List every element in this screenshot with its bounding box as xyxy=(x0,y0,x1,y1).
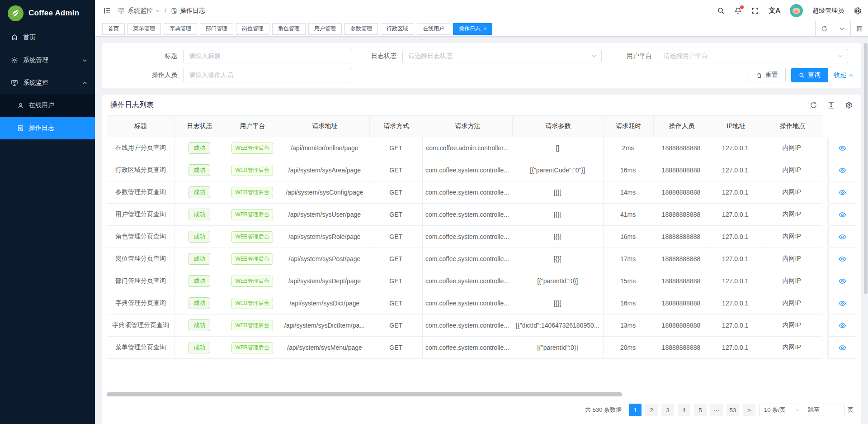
page-button-1[interactable]: 1 xyxy=(629,404,642,416)
view-detail-eye-icon[interactable] xyxy=(839,211,846,219)
horizontal-scrollbar-thumb[interactable] xyxy=(107,392,622,396)
cell-url: /api/system/sysArea/page xyxy=(280,159,370,181)
title-input[interactable] xyxy=(183,49,352,63)
view-detail-eye-icon[interactable] xyxy=(839,322,846,329)
sidebar-item-system-monitor[interactable]: 系统监控 xyxy=(0,71,95,94)
gear-icon xyxy=(11,57,18,64)
cell-time: 16ms xyxy=(604,159,653,181)
cell-url: /api/system/sysUser/page xyxy=(280,204,370,226)
view-detail-eye-icon[interactable] xyxy=(839,167,846,174)
tab-字典管理[interactable]: 字典管理 xyxy=(164,23,197,35)
cell-status: 成功 xyxy=(175,337,225,359)
tab-行政区域[interactable]: 行政区域 xyxy=(381,23,414,35)
refresh-icon[interactable] xyxy=(810,101,817,109)
chevron-down-icon xyxy=(156,9,160,13)
view-detail-eye-icon[interactable] xyxy=(839,144,846,152)
tab-部门管理[interactable]: 部门管理 xyxy=(200,23,233,35)
refresh-icon[interactable] xyxy=(815,21,833,37)
reset-button[interactable]: 重置 xyxy=(749,68,786,82)
status-badge: 成功 xyxy=(189,186,210,198)
cell-ip: 127.0.0.1 xyxy=(709,204,761,226)
page-button-53[interactable]: 53 xyxy=(726,404,739,416)
tab-菜单管理[interactable]: 菜单管理 xyxy=(127,23,161,35)
scrollbar-gutter xyxy=(822,226,828,248)
row-density-icon[interactable] xyxy=(827,101,835,109)
table-row: 字典项管理分页查询成功WEB管理后台/api/system/sysDictIte… xyxy=(107,314,856,337)
view-detail-eye-icon[interactable] xyxy=(839,189,846,196)
tab-岗位管理[interactable]: 岗位管理 xyxy=(236,23,269,35)
sidebar-item-operation-log[interactable]: 操作日志 xyxy=(0,117,95,139)
tab-操作日志[interactable]: 操作日志× xyxy=(453,23,492,35)
chevron-down-icon[interactable] xyxy=(833,21,850,37)
cell-location: 内网IP xyxy=(761,137,822,159)
search-icon[interactable] xyxy=(717,7,725,14)
view-detail-eye-icon[interactable] xyxy=(839,344,846,352)
column-settings-gear-icon[interactable] xyxy=(845,101,853,109)
vertical-scrollbar-thumb[interactable] xyxy=(864,43,868,294)
scrollbar-gutter xyxy=(822,270,828,292)
cell-method: GET xyxy=(369,292,423,314)
collapse-menu-icon[interactable] xyxy=(103,6,112,15)
reset-button-label: 重置 xyxy=(765,71,778,79)
cell-ip: 127.0.0.1 xyxy=(709,159,761,181)
tab-在线用户[interactable]: 在线用户 xyxy=(417,23,450,35)
notification-badge xyxy=(740,5,744,9)
page-button-4[interactable]: 4 xyxy=(678,404,690,416)
view-detail-eye-icon[interactable] xyxy=(839,255,846,263)
tab-参数管理[interactable]: 参数管理 xyxy=(344,23,378,35)
search-button[interactable]: 查询 xyxy=(791,68,828,82)
settings-gear-icon[interactable] xyxy=(854,7,862,15)
search-form: 标题 日志状态 请选择日志状态 用户平台 请选择用户平台 操作人员 xyxy=(102,43,861,88)
maximize-icon[interactable] xyxy=(850,21,868,37)
cell-params: [{}] xyxy=(512,292,604,314)
avatar[interactable] xyxy=(790,4,803,17)
view-detail-eye-icon[interactable] xyxy=(839,277,846,285)
operator-input[interactable] xyxy=(183,68,352,82)
cell-operator: 18888888888 xyxy=(653,292,710,314)
cell-status: 成功 xyxy=(175,292,225,314)
page-button-2[interactable]: 2 xyxy=(645,404,658,416)
cell-url: /api/system/sysPost/page xyxy=(280,248,370,270)
cell-actions xyxy=(828,337,856,359)
next-page-button[interactable]: > xyxy=(743,404,755,416)
cell-platform: WEB管理后台 xyxy=(225,270,280,292)
view-detail-eye-icon[interactable] xyxy=(839,300,846,307)
horizontal-scrollbar[interactable] xyxy=(107,392,856,397)
translate-icon[interactable]: 文A xyxy=(769,6,780,15)
page-button-3[interactable]: 3 xyxy=(661,404,674,416)
sidebar-item-home[interactable]: 首页 xyxy=(0,26,95,49)
cell-platform: WEB管理后台 xyxy=(225,204,280,226)
cell-url: /api/system/sysMenu/page xyxy=(280,337,370,359)
collapse-filter-link[interactable]: 收起 xyxy=(834,71,854,79)
jump-page-input[interactable] xyxy=(823,404,844,416)
sidebar-item-label: 系统监控 xyxy=(23,79,82,87)
cell-title: 角色管理分页查询 xyxy=(107,226,175,248)
view-detail-eye-icon[interactable] xyxy=(839,233,846,241)
cell-method: GET xyxy=(369,226,423,248)
status-badge: 成功 xyxy=(189,142,210,154)
app-logo[interactable]: Coffee Admin xyxy=(0,0,95,26)
current-user-name[interactable]: 超级管理员 xyxy=(812,7,844,15)
page-size-select[interactable]: 10 条/页 xyxy=(759,404,804,416)
cell-ip: 127.0.0.1 xyxy=(709,292,761,314)
log-status-select[interactable]: 请选择日志状态 xyxy=(402,49,602,63)
sidebar-item-system-management[interactable]: 系统管理 xyxy=(0,49,95,71)
cell-title: 字典项管理分页查询 xyxy=(107,314,175,337)
cell-location: 内网IP xyxy=(761,337,822,359)
tab-首页[interactable]: 首页 xyxy=(102,23,125,35)
breadcrumb-parent[interactable]: 系统监控 xyxy=(127,7,153,15)
cell-method: GET xyxy=(369,181,423,204)
sidebar-item-online-users[interactable]: 在线用户 xyxy=(0,94,95,117)
page-ellipsis[interactable]: ··· xyxy=(710,404,723,416)
fullscreen-icon[interactable] xyxy=(751,7,759,14)
cell-actions xyxy=(828,270,856,292)
page-button-5[interactable]: 5 xyxy=(694,404,707,416)
close-tab-icon[interactable]: × xyxy=(484,26,486,31)
cell-params: [{}] xyxy=(512,226,604,248)
tab-用户管理[interactable]: 用户管理 xyxy=(308,23,342,35)
tab-角色管理[interactable]: 角色管理 xyxy=(272,23,306,35)
user-platform-select[interactable]: 请选择用户平台 xyxy=(658,49,848,63)
cell-platform: WEB管理后台 xyxy=(225,159,280,181)
sidebar-menu: 首页 系统管理 系统监控 在线用户 操作日志 xyxy=(0,26,95,139)
notification-bell-icon[interactable] xyxy=(734,7,742,14)
